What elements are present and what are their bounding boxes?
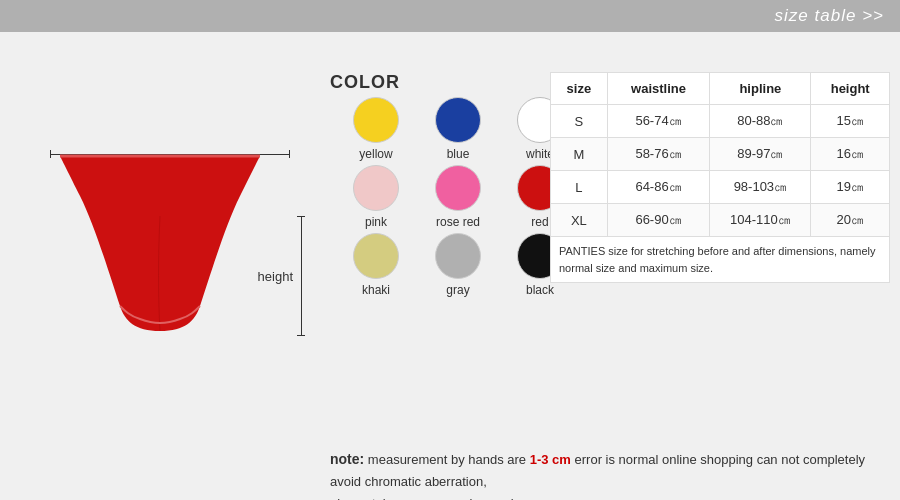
color-name-khaki: khaki (362, 283, 390, 297)
note-section: note: measurement by hands are 1-3 cm er… (330, 448, 885, 500)
table-row: M 58-76㎝ 89-97㎝ 16㎝ (551, 138, 890, 171)
cell-waistline: 58-76㎝ (607, 138, 710, 171)
col-header-hipline: hipline (710, 73, 811, 105)
color-title: COLOR (330, 72, 550, 93)
table-note-row: PANTIES size for stretching before and a… (551, 237, 890, 283)
table-header-row: size waistline hipline height (551, 73, 890, 105)
table-note-cell: PANTIES size for stretching before and a… (551, 237, 890, 283)
color-item-rose-red: rose red (422, 165, 494, 229)
cell-size: S (551, 105, 608, 138)
color-item-gray: gray (422, 233, 494, 297)
cell-waistline: 66-90㎝ (607, 204, 710, 237)
color-item-blue: blue (422, 97, 494, 161)
cell-size: L (551, 171, 608, 204)
header-title: size table >> (775, 6, 884, 26)
cell-hipline: 98-103㎝ (710, 171, 811, 204)
cell-hipline: 104-110㎝ (710, 204, 811, 237)
col-header-size: size (551, 73, 608, 105)
cell-height: 19㎝ (811, 171, 890, 204)
color-item-yellow: yellow (340, 97, 412, 161)
height-label: height (258, 269, 293, 284)
left-panel: waistline height (0, 32, 330, 500)
table-row: S 56-74㎝ 80-88㎝ 15㎝ (551, 105, 890, 138)
color-name-yellow: yellow (359, 147, 392, 161)
table-row: L 64-86㎝ 98-103㎝ 19㎝ (551, 171, 890, 204)
underwear-image (40, 136, 280, 340)
right-panel: COLOR yellow blue white pink (330, 64, 895, 500)
color-swatch-khaki (353, 233, 399, 279)
main-content: waistline height (0, 32, 900, 500)
color-name-pink: pink (365, 215, 387, 229)
cell-hipline: 80-88㎝ (710, 105, 811, 138)
color-name-blue: blue (447, 147, 470, 161)
color-swatch-gray (435, 233, 481, 279)
cell-size: XL (551, 204, 608, 237)
note-text: measurement by hands are (368, 452, 530, 467)
color-item-pink: pink (340, 165, 412, 229)
color-name-rose-red: rose red (436, 215, 480, 229)
color-swatch-pink (353, 165, 399, 211)
cell-waistline: 56-74㎝ (607, 105, 710, 138)
cell-waistline: 64-86㎝ (607, 171, 710, 204)
col-header-waistline: waistline (607, 73, 710, 105)
note-label: note: (330, 451, 364, 467)
cell-hipline: 89-97㎝ (710, 138, 811, 171)
color-section: COLOR yellow blue white pink (330, 72, 550, 297)
color-item-khaki: khaki (340, 233, 412, 297)
color-name-gray: gray (446, 283, 469, 297)
table-row: XL 66-90㎝ 104-110㎝ 20㎝ (551, 204, 890, 237)
color-swatch-blue (435, 97, 481, 143)
color-grid: yellow blue white pink rose red (340, 97, 550, 297)
size-table-section: size waistline hipline height S 56-74㎝ 8… (550, 72, 890, 283)
color-swatch-rose-red (435, 165, 481, 211)
diagram-container: waistline height (20, 106, 310, 426)
waistline-right-tick (289, 150, 290, 158)
cell-size: M (551, 138, 608, 171)
color-name-red: red (531, 215, 548, 229)
size-table: size waistline hipline height S 56-74㎝ 8… (550, 72, 890, 283)
height-annotation: height (258, 216, 305, 336)
cell-height: 20㎝ (811, 204, 890, 237)
cell-height: 15㎝ (811, 105, 890, 138)
color-swatch-yellow (353, 97, 399, 143)
color-name-black: black (526, 283, 554, 297)
col-header-height: height (811, 73, 890, 105)
header-bar: size table >> (0, 0, 900, 32)
note-highlight: 1-3 cm (530, 452, 571, 467)
cell-height: 16㎝ (811, 138, 890, 171)
